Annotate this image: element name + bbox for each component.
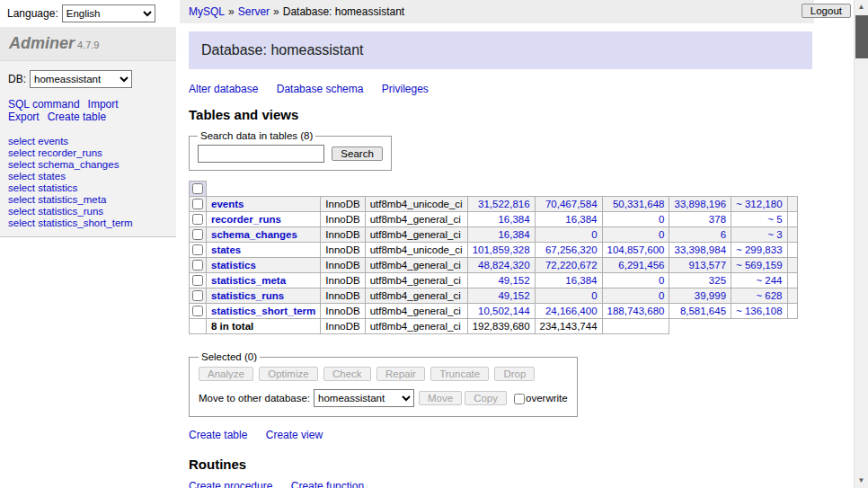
create-procedure-link[interactable]: Create procedure — [189, 480, 272, 488]
sidebar-table-link[interactable]: select statistics — [8, 182, 168, 194]
copy-button[interactable]: Copy — [465, 391, 507, 405]
rows-count-link[interactable]: ~ 5 — [767, 214, 782, 225]
app-name-link[interactable]: Adminer — [9, 34, 75, 52]
sidebar-table-link[interactable]: select statistics_runs — [8, 206, 168, 217]
auto-increment-link[interactable]: 33,398,984 — [674, 244, 726, 255]
auto-increment-link[interactable]: 6 — [721, 229, 726, 240]
db-select[interactable]: homeassistant — [30, 70, 132, 88]
scroll-up-icon[interactable]: ▲ — [855, 0, 868, 14]
search-button[interactable]: Search — [332, 146, 382, 161]
index-length-link[interactable]: 24,166,400 — [545, 306, 598, 316]
row-checkbox[interactable] — [192, 275, 203, 286]
row-checkbox[interactable] — [192, 306, 203, 316]
rows-count-link[interactable]: ~ 299,833 — [736, 244, 782, 255]
row-checkbox[interactable] — [192, 214, 203, 225]
bulk-action-button[interactable]: Analyze — [199, 367, 253, 381]
data-free-link[interactable]: 188,743,680 — [607, 306, 665, 316]
data-free-link[interactable]: 0 — [659, 275, 664, 286]
data-length-link[interactable]: 101,859,328 — [473, 244, 530, 255]
data-free-link[interactable]: 0 — [659, 290, 664, 301]
import-link[interactable]: Import — [88, 98, 119, 111]
scrollbar-thumb[interactable] — [855, 15, 868, 58]
data-free-link[interactable]: 0 — [659, 214, 664, 225]
breadcrumb-link-server[interactable]: Server — [238, 5, 270, 18]
breadcrumb-link-mysql[interactable]: MySQL — [189, 5, 225, 18]
index-length-link[interactable]: 0 — [591, 229, 597, 240]
auto-increment-link[interactable]: 325 — [709, 275, 726, 286]
move-button[interactable]: Move — [419, 391, 462, 405]
sidebar-table-link[interactable]: select states — [8, 171, 168, 182]
index-length-link[interactable]: 16,384 — [565, 214, 597, 225]
auto-increment-link[interactable]: 8,581,645 — [680, 306, 726, 316]
table-name-link[interactable]: statistics_short_term — [211, 306, 315, 316]
sidebar-table-link[interactable]: select statistics_short_term — [8, 217, 168, 229]
auto-increment-link[interactable]: 33,898,196 — [674, 199, 726, 209]
privileges-link[interactable]: Privileges — [382, 83, 429, 95]
index-length-link[interactable]: 16,384 — [565, 275, 597, 286]
rows-count-link[interactable]: ~ 628 — [756, 290, 782, 301]
create-table-link[interactable]: Create table — [189, 429, 247, 441]
row-checkbox[interactable] — [192, 260, 203, 271]
search-input[interactable] — [198, 145, 324, 163]
index-length-link[interactable]: 0 — [591, 290, 597, 301]
create-view-link[interactable]: Create view — [266, 429, 323, 441]
language-select[interactable]: English — [62, 4, 155, 22]
sidebar-table-link[interactable]: select recorder_runs — [8, 147, 168, 159]
bulk-action-button[interactable]: Truncate — [430, 367, 489, 381]
sidebar-table-link[interactable]: select events — [8, 136, 168, 147]
rows-count-link[interactable]: ~ 244 — [756, 275, 782, 286]
bulk-action-button[interactable]: Optimize — [259, 367, 317, 381]
data-length-link[interactable]: 48,824,320 — [478, 260, 530, 271]
database-schema-link[interactable]: Database schema — [277, 83, 364, 95]
auto-increment-link[interactable]: 913,577 — [688, 260, 726, 271]
export-link[interactable]: Export — [8, 111, 40, 123]
rows-count-link[interactable]: ~ 569,159 — [736, 260, 782, 271]
bulk-action-button[interactable]: Check — [323, 367, 371, 381]
data-length-link[interactable]: 16,384 — [498, 214, 529, 225]
index-length-link[interactable]: 72,220,672 — [545, 260, 598, 271]
auto-increment-link[interactable]: 378 — [709, 214, 726, 225]
index-length-link[interactable]: 70,467,584 — [545, 199, 598, 209]
row-checkbox[interactable] — [192, 229, 203, 240]
table-name-link[interactable]: statistics — [211, 260, 256, 271]
selected-legend: Selected (0) — [199, 351, 260, 362]
create-table-sidebar-link[interactable]: Create table — [48, 111, 106, 123]
table-name-link[interactable]: statistics_runs — [211, 290, 284, 301]
sidebar-table-link[interactable]: select schema_changes — [8, 159, 168, 171]
table-name-cell: recorder_runs — [207, 212, 321, 227]
row-checkbox[interactable] — [192, 290, 203, 301]
rows-count-link[interactable]: ~ 312,180 — [736, 199, 782, 209]
rows-count-link[interactable]: ~ 3 — [767, 229, 782, 240]
table-name-link[interactable]: states — [211, 244, 241, 255]
table-name-link[interactable]: schema_changes — [211, 229, 297, 240]
scroll-down-icon[interactable]: ▼ — [855, 474, 868, 488]
sql-command-link[interactable]: SQL command — [8, 98, 80, 111]
logout-button[interactable]: Logout — [802, 4, 851, 18]
move-db-select[interactable]: homeassistant — [314, 389, 414, 407]
table-name-link[interactable]: recorder_runs — [211, 214, 281, 225]
data-length-link[interactable]: 16,384 — [498, 229, 529, 240]
data-free-link[interactable]: 104,857,600 — [607, 244, 665, 255]
data-length-link[interactable]: 49,152 — [498, 275, 529, 286]
table-name-link[interactable]: events — [211, 199, 244, 209]
data-length-link[interactable]: 31,522,816 — [478, 199, 530, 209]
select-all-checkbox[interactable] — [192, 183, 203, 194]
create-function-link[interactable]: Create function — [291, 480, 364, 488]
sidebar-table-link[interactable]: select statistics_meta — [8, 194, 168, 206]
data-length-link[interactable]: 10,502,144 — [478, 306, 530, 316]
bulk-action-button[interactable]: Drop — [494, 367, 535, 381]
bulk-action-button[interactable]: Repair — [376, 367, 425, 381]
data-free-link[interactable]: 0 — [659, 229, 664, 240]
auto-increment-link[interactable]: 39,999 — [695, 290, 726, 301]
row-checkbox[interactable] — [192, 244, 203, 255]
data-free-link[interactable]: 6,291,456 — [618, 260, 664, 271]
data-free-link[interactable]: 50,331,648 — [613, 199, 665, 209]
rows-count-link[interactable]: ~ 136,108 — [736, 306, 782, 316]
index-length-link[interactable]: 67,256,320 — [545, 244, 598, 255]
scrollbar[interactable]: ▲ ▼ — [854, 0, 868, 488]
row-checkbox[interactable] — [192, 199, 203, 209]
data-length-link[interactable]: 49,152 — [498, 290, 529, 301]
alter-database-link[interactable]: Alter database — [189, 83, 258, 95]
table-name-link[interactable]: statistics_meta — [211, 275, 286, 286]
overwrite-checkbox[interactable] — [514, 394, 525, 404]
